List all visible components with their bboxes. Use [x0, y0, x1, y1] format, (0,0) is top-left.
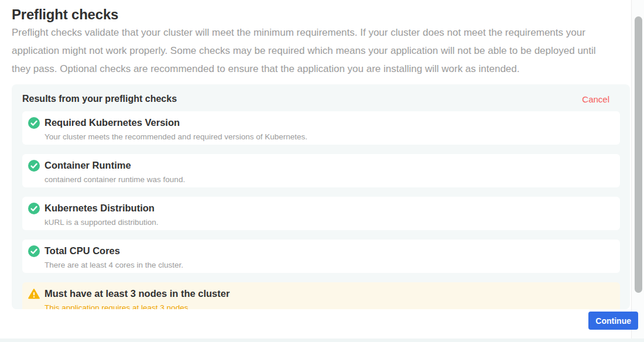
check-item: Total CPU Cores There are at least 4 cor…: [22, 240, 620, 273]
check-body: Total CPU Cores There are at least 4 cor…: [44, 245, 183, 270]
check-passed-icon: [28, 160, 40, 172]
panel-header: Results from your preflight checks Cance…: [22, 93, 620, 105]
check-message: This application requires at least 3 nod…: [44, 303, 229, 309]
check-title: Required Kubernetes Version: [44, 117, 307, 128]
scrollbar-thumb[interactable]: [635, 16, 642, 293]
panel-heading: Results from your preflight checks: [22, 94, 177, 104]
check-body: Required Kubernetes Version Your cluster…: [44, 117, 307, 142]
scrollbar[interactable]: [631, 0, 644, 342]
warning-icon: [28, 288, 40, 300]
bottom-strip: [0, 338, 644, 342]
check-item: Required Kubernetes Version Your cluster…: [22, 111, 620, 145]
check-item: Container Runtime containerd container r…: [22, 154, 620, 187]
check-message: containerd container runtime was found.: [44, 175, 185, 184]
check-title: Must have at least 3 nodes in the cluste…: [44, 288, 229, 299]
check-title: Total CPU Cores: [44, 245, 183, 256]
check-item: Must have at least 3 nodes in the cluste…: [22, 282, 620, 309]
page-description: Preflight checks validate that your clus…: [12, 23, 630, 78]
check-body: Container Runtime containerd container r…: [44, 159, 185, 184]
cancel-link[interactable]: Cancel: [582, 94, 609, 104]
check-message: kURL is a supported distribution.: [44, 218, 159, 227]
footer-bar: [0, 312, 644, 338]
page-description-line: Preflight checks validate that your clus…: [12, 23, 630, 42]
main-content: Preflight checks Preflight checks valida…: [12, 0, 630, 309]
page-title: Preflight checks: [12, 6, 630, 23]
check-passed-icon: [28, 203, 40, 214]
preflight-results-panel: Results from your preflight checks Cance…: [12, 84, 630, 309]
check-title: Container Runtime: [44, 159, 185, 171]
check-body: Must have at least 3 nodes in the cluste…: [44, 288, 229, 309]
check-item: Kubernetes Distribution kURL is a suppor…: [22, 197, 620, 230]
continue-button[interactable]: Continue: [588, 312, 638, 330]
page-description-line: they pass. Optional checks are recommend…: [12, 60, 630, 78]
check-message: Your cluster meets the recommended and r…: [44, 132, 307, 142]
page-description-line: application might not work properly. Som…: [12, 42, 630, 60]
check-list: Required Kubernetes Version Your cluster…: [22, 111, 620, 309]
check-message: There are at least 4 cores in the cluste…: [44, 261, 183, 270]
check-passed-icon: [28, 117, 40, 129]
check-body: Kubernetes Distribution kURL is a suppor…: [44, 202, 159, 227]
check-title: Kubernetes Distribution: [44, 202, 159, 214]
check-passed-icon: [28, 245, 40, 257]
